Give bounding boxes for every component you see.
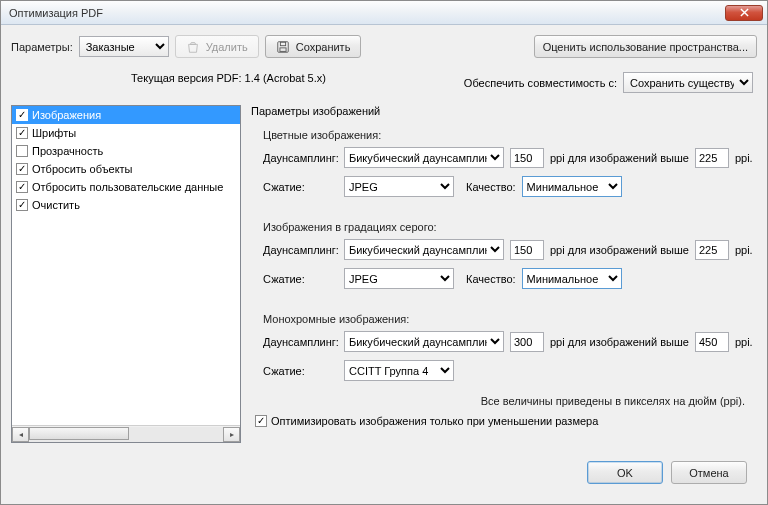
gray-compression-select[interactable]: JPEG xyxy=(344,268,454,289)
sidebar-item-label: Изображения xyxy=(32,109,101,121)
sidebar-item-4[interactable]: Отбросить пользовательские данные xyxy=(12,178,240,196)
sidebar-item-label: Шрифты xyxy=(32,127,76,139)
assess-space-button[interactable]: Оценить использование пространства... xyxy=(534,35,757,58)
mono-compression-select[interactable]: CCITT Группа 4 xyxy=(344,360,454,381)
ppi-note: Все величины приведены в пикселях на дюй… xyxy=(251,395,745,407)
titlebar: Оптимизация PDF xyxy=(1,1,767,25)
mono-ppi-input[interactable] xyxy=(510,332,544,352)
sidebar-checkbox[interactable] xyxy=(16,163,28,175)
mono-above-input[interactable] xyxy=(695,332,729,352)
scroll-left-arrow[interactable]: ◂ xyxy=(12,427,29,442)
compat-combo[interactable]: Сохранить существующ xyxy=(623,72,753,93)
scrollbar-thumb[interactable] xyxy=(29,427,129,440)
sidebar-item-0[interactable]: Изображения xyxy=(12,106,240,124)
sidebar-item-label: Отбросить пользовательские данные xyxy=(32,181,223,193)
panel-title: Параметры изображений xyxy=(251,105,757,117)
mono-downsample-select[interactable]: Бикубический даунсамплинг xyxy=(344,331,504,352)
categories-listbox[interactable]: ИзображенияШрифтыПрозрачностьОтбросить о… xyxy=(11,105,241,443)
scroll-right-arrow[interactable]: ▸ xyxy=(223,427,240,442)
color-above-input[interactable] xyxy=(695,148,729,168)
params-label: Параметры: xyxy=(11,41,73,53)
save-icon xyxy=(276,40,290,54)
svg-rect-0 xyxy=(277,41,288,52)
close-icon xyxy=(740,8,749,17)
gray-above-input[interactable] xyxy=(695,240,729,260)
params-combo[interactable]: Заказные xyxy=(79,36,169,57)
color-ppi-input[interactable] xyxy=(510,148,544,168)
ppi-above-label: ppi для изображений выше xyxy=(550,152,689,164)
cancel-button[interactable]: Отмена xyxy=(671,461,747,484)
color-head: Цветные изображения: xyxy=(263,129,757,141)
sidebar-item-3[interactable]: Отбросить объекты xyxy=(12,160,240,178)
ok-button[interactable]: OK xyxy=(587,461,663,484)
window-title: Оптимизация PDF xyxy=(5,7,725,19)
sidebar-item-label: Очистить xyxy=(32,199,80,211)
trash-icon xyxy=(186,40,200,54)
gray-downsample-select[interactable]: Бикубический даунсамплинг xyxy=(344,239,504,260)
mono-head: Монохромные изображения: xyxy=(263,313,757,325)
color-quality-select[interactable]: Минимальное xyxy=(522,176,622,197)
sidebar-checkbox[interactable] xyxy=(16,199,28,211)
compat-label: Обеспечить совместимость с: xyxy=(464,77,617,89)
color-downsample-select[interactable]: Бикубический даунсамплинг xyxy=(344,147,504,168)
current-version-label: Текущая версия PDF: 1.4 (Acrobat 5.x) xyxy=(131,72,326,93)
delete-button: Удалить xyxy=(175,35,259,58)
svg-rect-1 xyxy=(280,42,285,46)
gray-quality-select[interactable]: Минимальное xyxy=(522,268,622,289)
svg-rect-2 xyxy=(280,47,286,51)
ppi-unit: ppi. xyxy=(735,152,753,164)
sidebar-checkbox[interactable] xyxy=(16,127,28,139)
sidebar-checkbox[interactable] xyxy=(16,181,28,193)
optimize-downscale-label: Оптимизировать изображения только при ум… xyxy=(271,415,598,427)
compression-label: Сжатие: xyxy=(263,181,338,193)
optimize-downscale-checkbox[interactable] xyxy=(255,415,267,427)
listbox-hscrollbar[interactable]: ◂ ▸ xyxy=(12,425,240,442)
sidebar-checkbox[interactable] xyxy=(16,109,28,121)
sidebar-item-label: Отбросить объекты xyxy=(32,163,133,175)
close-button[interactable] xyxy=(725,5,763,21)
sidebar-item-2[interactable]: Прозрачность xyxy=(12,142,240,160)
downsample-label: Даунсамплинг: xyxy=(263,152,338,164)
color-compression-select[interactable]: JPEG xyxy=(344,176,454,197)
sidebar-item-label: Прозрачность xyxy=(32,145,103,157)
sidebar-item-5[interactable]: Очистить xyxy=(12,196,240,214)
gray-head: Изображения в градациях серого: xyxy=(263,221,757,233)
quality-label: Качество: xyxy=(466,181,516,193)
gray-ppi-input[interactable] xyxy=(510,240,544,260)
sidebar-checkbox[interactable] xyxy=(16,145,28,157)
save-button[interactable]: Сохранить xyxy=(265,35,362,58)
sidebar-item-1[interactable]: Шрифты xyxy=(12,124,240,142)
